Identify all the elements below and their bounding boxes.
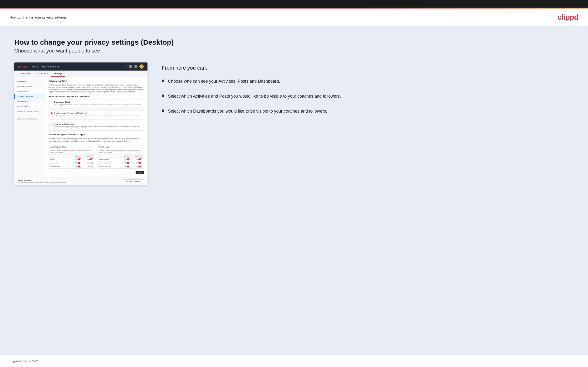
- chevron-icon: ›: [42, 85, 42, 87]
- mini-nav-home[interactable]: Home: [32, 65, 38, 68]
- save-button[interactable]: Save: [136, 171, 144, 174]
- player-dash-coaches-toggle[interactable]: ON: [121, 158, 130, 160]
- mini-logo: clippd: [18, 65, 27, 68]
- mini-tab-settings[interactable]: Settings: [51, 71, 65, 77]
- manual-coaches-toggle[interactable]: ON: [72, 166, 81, 167]
- chevron-icon: ›: [42, 81, 42, 82]
- visit-community-button[interactable]: Visit Our Community ↗: [124, 179, 144, 183]
- table-row: Round Insights ON ON: [98, 161, 144, 165]
- help-description: Visit our Clippd community to troublesho…: [17, 182, 67, 183]
- sidebar-item-subscription[interactable]: Subscription ›: [14, 89, 45, 94]
- mini-nav-performance[interactable]: My Performance: [42, 65, 60, 68]
- table-row: Practice Drills ON ON: [49, 161, 95, 165]
- mini-body: My Account › Data Integrations › Subscri…: [14, 77, 147, 177]
- what-to-work-coaches-toggle[interactable]: ON: [121, 166, 130, 167]
- footer: Copyright Clippd 2022: [0, 355, 588, 367]
- table-row: What To Work On ON ON: [98, 165, 144, 168]
- bullet-marker-2: [162, 94, 164, 97]
- page-title: How to change your privacy settings (Des…: [14, 38, 574, 46]
- round-insights-followers-toggle[interactable]: ON: [130, 162, 142, 164]
- activities-table: Activities and Posts Select the types of…: [49, 145, 95, 169]
- who-can-see-heading: Who Can See Your Activities and Dashboar…: [49, 95, 144, 98]
- radio-dot-only-you: [51, 124, 52, 125]
- dashboards-table-header: COACHES FOLLOWERS: [98, 154, 144, 158]
- panel-title: Privacy Controls: [49, 80, 144, 83]
- rounds-coaches-toggle[interactable]: ON: [72, 158, 81, 160]
- radio-dot-everyone: [51, 101, 52, 103]
- help-section: Help & Support Visit our Clippd communit…: [14, 177, 147, 185]
- sidebar-item-service-privacy[interactable]: Service & Privacy Policy ↗: [14, 109, 45, 114]
- bullet-text-1: Choose who can see your Activities, Post…: [168, 78, 280, 84]
- clippd-logo: clippd: [558, 13, 579, 22]
- mini-tab-connections[interactable]: Connections: [33, 71, 51, 77]
- mini-settings-icon[interactable]: [134, 65, 138, 68]
- header: How to change your privacy settings clip…: [0, 8, 588, 26]
- radio-only-you-coach[interactable]: Only You and Your Coach Only you and the…: [49, 122, 144, 131]
- mini-search-icon[interactable]: [124, 65, 127, 68]
- practice-followers-toggle[interactable]: ON: [81, 162, 93, 164]
- screenshot-container: clippd Home My Performance My Profile Co…: [14, 62, 147, 185]
- bullets-heading: From here you can:: [162, 65, 574, 71]
- sidebar-item-privacy-controls[interactable]: Privacy Controls ›: [14, 94, 45, 99]
- page-breadcrumb: How to change your privacy settings: [9, 15, 67, 19]
- manual-followers-toggle[interactable]: ON: [81, 166, 93, 167]
- bullet-item-3: Select which Dashboards you would like t…: [162, 108, 574, 115]
- top-bar: [0, 0, 588, 8]
- bullet-item-2: Select which Activities and Posts you wo…: [162, 93, 574, 100]
- bullets-section: From here you can: Choose who can see yo…: [162, 62, 574, 123]
- footer-copyright: Copyright Clippd 2022: [9, 360, 38, 363]
- radio-dot-followers-coach: [51, 112, 52, 114]
- dashboards-table: Dashboards Select the types of activity …: [97, 145, 144, 169]
- page-subtitle: Choose what you want people to see: [14, 48, 574, 54]
- mini-tab-profile[interactable]: My Profile: [18, 71, 33, 77]
- sidebar-item-help-support[interactable]: Help & Support ↗: [14, 104, 45, 109]
- table-row: Player Dashboard ON ON: [98, 158, 144, 161]
- activities-table-header: COACHES FOLLOWERS: [49, 154, 95, 158]
- rounds-followers-toggle[interactable]: ON: [81, 158, 93, 160]
- external-link-icon: ↗: [141, 180, 142, 182]
- help-text: Help & Support Visit our Clippd communit…: [17, 180, 67, 183]
- show-hide-desc: Regardless of the privacy controls that …: [49, 138, 144, 142]
- panel-description: Control how you and your data appears to…: [49, 84, 144, 93]
- radio-followers-coach[interactable]: Only Approved Followers and Your Coach O…: [49, 110, 144, 119]
- round-insights-coaches-toggle[interactable]: ON: [121, 162, 130, 164]
- table-row: Rounds ON ON: [49, 158, 95, 161]
- chevron-icon: ›: [42, 91, 42, 92]
- help-title: Help & Support: [17, 180, 67, 182]
- radio-group: Everyone on Clippd Everyone on Clippd ca…: [49, 100, 144, 131]
- mini-sidebar: My Account › Data Integrations › Subscri…: [14, 77, 45, 177]
- sidebar-footer: Clippd Client Version: 2022.8.2 SQL Serv…: [14, 116, 45, 122]
- sidebar-item-my-golf-bag[interactable]: My Golf Bag ›: [14, 99, 45, 104]
- what-to-work-followers-toggle[interactable]: ON: [130, 166, 142, 167]
- mini-avatar[interactable]: [139, 64, 144, 69]
- main-content: How to change your privacy settings (Des…: [0, 26, 588, 355]
- activities-table-title: Activities and Posts: [49, 145, 95, 149]
- mini-nav-links: Home My Performance: [32, 65, 119, 68]
- mini-navbar: clippd Home My Performance: [14, 62, 147, 71]
- mini-tabs: My Profile Connections Settings: [14, 71, 147, 77]
- bullet-marker-3: [162, 109, 164, 112]
- chevron-icon: ›: [42, 100, 42, 102]
- bullet-text-2: Select which Activities and Posts you wo…: [168, 93, 341, 100]
- radio-everyone[interactable]: Everyone on Clippd Everyone on Clippd ca…: [49, 100, 144, 108]
- dashboards-table-title: Dashboards: [98, 145, 144, 149]
- sidebar-item-my-account[interactable]: My Account ›: [14, 79, 45, 84]
- accent-bar: [0, 8, 588, 8]
- mini-panel: Privacy Controls Control how you and you…: [45, 77, 147, 177]
- dashboards-table-desc: Select the types of activity that you'd …: [98, 149, 144, 154]
- bullet-text-3: Select which Dashboards you would like t…: [168, 108, 327, 115]
- practice-coaches-toggle[interactable]: ON: [72, 162, 81, 164]
- sidebar-item-data-integrations[interactable]: Data Integrations ›: [14, 84, 45, 89]
- activities-table-desc: Select the types of activity that you'd …: [49, 149, 95, 154]
- bullet-item-1: Choose who can see your Activities, Post…: [162, 78, 574, 84]
- bullet-marker-1: [162, 80, 164, 82]
- mini-nav-icons: [124, 64, 144, 69]
- chevron-icon: ›: [42, 95, 42, 97]
- toggle-tables: Activities and Posts Select the types of…: [49, 145, 144, 169]
- player-dash-followers-toggle[interactable]: ON: [130, 158, 142, 160]
- mini-grid-icon[interactable]: [129, 65, 132, 68]
- content-layout: clippd Home My Performance My Profile Co…: [14, 62, 574, 185]
- save-row: Save: [49, 169, 144, 174]
- show-hide-heading: Show or hide specific features in Clippd: [49, 133, 144, 136]
- table-row: Manual Activities ON ON: [49, 165, 95, 168]
